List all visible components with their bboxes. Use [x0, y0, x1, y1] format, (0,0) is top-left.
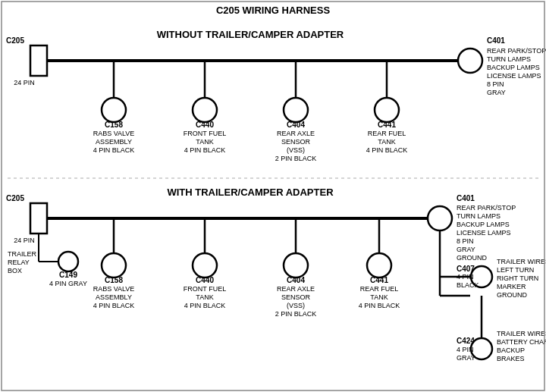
- s2-r1: REAR PARK/STOP: [457, 204, 516, 212]
- diagram-title: C205 WIRING HARNESS: [216, 5, 331, 16]
- s2-c407-pins: 4 PIN: [457, 273, 474, 281]
- s2-c424-tl1: TRAILER WIRES: [497, 330, 546, 337]
- s2-r4: LICENSE LAMPS: [457, 229, 511, 237]
- section2-label: WITH TRAILER/CAMPER ADAPTER: [167, 187, 334, 198]
- s2-c440-l2: TANK: [196, 293, 213, 301]
- s2-relay-label2: RELAY: [8, 259, 30, 266]
- s1-r1: REAR PARK/STOP: [487, 47, 546, 55]
- s2-r3: BACKUP LAMPS: [457, 221, 510, 228]
- s2-c407-tl5: GROUND: [497, 291, 527, 299]
- s2-relay-label3: BOX: [8, 267, 22, 274]
- s2-r6: GRAY: [457, 246, 475, 253]
- s2-c407-tl3: RIGHT TURN: [497, 274, 538, 282]
- s1-24pin-label: 24 PIN: [14, 79, 35, 86]
- s2-c149-connector: [58, 252, 78, 271]
- s1-c404-l1: REAR AXLE: [277, 130, 315, 137]
- s1-r3: BACKUP LAMPS: [487, 64, 540, 71]
- s2-c158-l2: ASSEMBLY: [96, 293, 132, 301]
- s1-c441-label: C441: [378, 121, 396, 129]
- s2-c404-l4: 2 PIN BLACK: [275, 310, 317, 318]
- s1-c441-l2: TANK: [378, 138, 395, 146]
- s1-c205-label: C205: [6, 36, 24, 45]
- section2-right-connector: [428, 206, 452, 230]
- s2-24pin-label: 24 PIN: [14, 237, 35, 244]
- s2-c404-label: C404: [287, 276, 305, 284]
- section1-right-connector: [458, 49, 482, 73]
- s2-c424-color: GRAY: [457, 354, 475, 362]
- s1-c158-connector: [102, 98, 126, 122]
- s1-c441-connector: [375, 98, 399, 122]
- s1-r5: 8 PIN: [487, 80, 504, 88]
- s1-c440-l3: 4 PIN BLACK: [184, 146, 226, 154]
- s1-c158-l2: ASSEMBLY: [96, 138, 132, 146]
- s2-c404-l1: REAR AXLE: [277, 285, 315, 293]
- s2-c440-l1: FRONT FUEL: [184, 285, 226, 293]
- s1-r6: GRAY: [487, 89, 506, 96]
- s1-c404-l2: SENSOR: [281, 138, 311, 146]
- s2-c424-pins: 4 PIN: [457, 346, 474, 353]
- s2-c158-connector: [102, 253, 126, 278]
- diagram-container: C205 WIRING HARNESS WITHOUT TRAILER/CAMP…: [0, 0, 546, 392]
- s2-c440-l3: 4 PIN BLACK: [184, 302, 226, 309]
- s1-c158-label: C158: [105, 121, 123, 129]
- s1-c404-l4: 2 PIN BLACK: [275, 155, 317, 162]
- s2-c149-pins: 4 PIN GRAY: [49, 280, 87, 287]
- s2-c407-tl2: LEFT TURN: [497, 266, 534, 274]
- s2-c404-l2: SENSOR: [281, 293, 311, 301]
- s2-c424-label: C424: [457, 337, 475, 345]
- s2-c424-tl4: BRAKES: [497, 355, 525, 362]
- s2-c401-label: C401: [457, 194, 475, 202]
- s1-c404-l3: (VSS): [287, 146, 305, 154]
- section2-left-connector: [30, 203, 47, 234]
- s2-c158-label: C158: [105, 276, 123, 284]
- s2-c404-connector: [284, 253, 308, 278]
- s1-c440-connector: [193, 98, 217, 122]
- s2-c441-connector: [367, 253, 391, 278]
- s1-c440-l2: TANK: [196, 138, 213, 146]
- s2-c424-tl3: BACKUP: [497, 347, 525, 354]
- section1-left-connector: [30, 45, 47, 76]
- s2-c158-l1: RABS VALVE: [93, 285, 135, 293]
- s1-c441-l1: REAR FUEL: [368, 130, 406, 137]
- s2-c440-connector: [193, 253, 217, 278]
- s1-r4: LICENSE LAMPS: [487, 72, 541, 80]
- s1-c440-label: C440: [196, 121, 214, 129]
- s2-c205-label: C205: [6, 194, 24, 202]
- s2-c158-l3: 4 PIN BLACK: [93, 302, 135, 309]
- s2-c424-tl2: BATTERY CHARGE: [497, 338, 546, 346]
- s2-c441-label: C441: [370, 276, 388, 284]
- s1-r2: TURN LAMPS: [487, 55, 531, 63]
- s1-c404-label: C404: [287, 121, 305, 129]
- s2-c441-l3: 4 PIN BLACK: [359, 302, 400, 309]
- s2-trailer-relay-label: TRAILER: [8, 250, 37, 258]
- s2-c404-l3: (VSS): [287, 302, 305, 309]
- s1-c401-label: C401: [487, 36, 505, 45]
- s2-c407-tl4: MARKER: [497, 283, 526, 290]
- s2-r5: 8 PIN: [457, 237, 474, 245]
- s2-c441-l2: TANK: [370, 293, 388, 301]
- s2-c440-label: C440: [196, 276, 214, 284]
- s2-c407-tl1: TRAILER WIRES: [497, 258, 546, 265]
- s2-r2: TURN LAMPS: [457, 212, 500, 220]
- s2-c407-color: BLACK: [457, 281, 479, 289]
- s1-c404-connector: [284, 98, 308, 122]
- s1-c158-l1: RABS VALVE: [93, 130, 135, 137]
- section1-label: WITHOUT TRAILER/CAMPER ADAPTER: [157, 29, 344, 40]
- s1-c441-l3: 4 PIN BLACK: [366, 146, 408, 154]
- s2-c407-label: C407: [457, 265, 475, 273]
- s1-c440-l1: FRONT FUEL: [184, 130, 226, 137]
- s2-c149-label: C149: [59, 271, 77, 279]
- s2-r7: GROUND: [457, 254, 487, 262]
- s1-c158-l3: 4 PIN BLACK: [93, 146, 135, 154]
- s2-c441-l1: REAR FUEL: [360, 285, 399, 293]
